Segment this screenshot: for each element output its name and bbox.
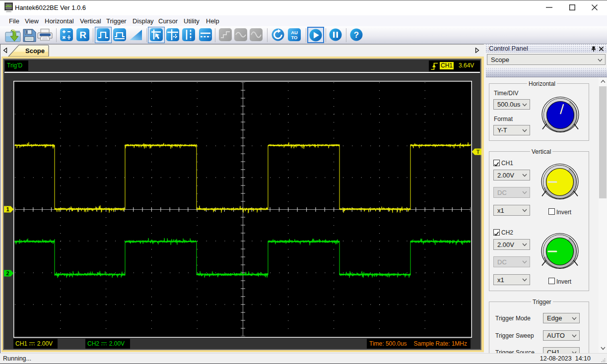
svg-text:T: T (476, 149, 480, 155)
svg-text:1: 1 (6, 206, 9, 212)
svg-text:R: R (79, 30, 86, 40)
svg-text:2: 2 (6, 270, 9, 276)
svg-text:TO: TO (291, 35, 297, 40)
svg-text:?: ? (354, 30, 359, 40)
